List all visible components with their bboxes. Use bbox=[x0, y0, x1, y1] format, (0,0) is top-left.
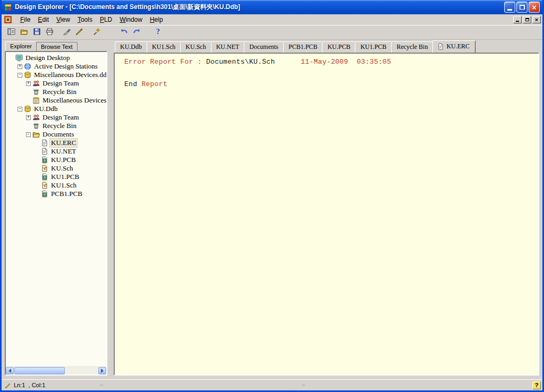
tree-item-ku-erc[interactable]: KU.ERC bbox=[6, 139, 106, 147]
menu-edit[interactable]: Edit bbox=[34, 15, 53, 24]
tree-item-ku1-sch[interactable]: KU1.Sch bbox=[6, 181, 106, 190]
mdi-minimize-button[interactable] bbox=[513, 16, 522, 23]
tree-item-recycle-bin[interactable]: Recycle Bin bbox=[6, 88, 106, 96]
mdi-restore-icon bbox=[525, 18, 529, 21]
menubar: FileEditViewToolsPLDWindowHelp × bbox=[2, 14, 542, 25]
line-col-indicator: Ln:1 , Col:1 bbox=[14, 382, 45, 388]
doc-tab-ku-sch[interactable]: KU.Sch bbox=[180, 41, 211, 53]
toolbar-group bbox=[60, 27, 86, 39]
editor-text-segment: Documents\KU.Sch bbox=[206, 58, 275, 66]
menu-pld[interactable]: PLD bbox=[96, 15, 116, 24]
tree-item-recycle-bin[interactable]: Recycle Bin bbox=[6, 122, 106, 130]
collapse-toggle-icon[interactable]: - bbox=[18, 73, 22, 78]
doc-tab-ku-ddb[interactable]: KU.Ddb bbox=[115, 41, 147, 53]
database-icon bbox=[24, 105, 31, 113]
help-button[interactable]: ? bbox=[151, 27, 164, 39]
menu-tools[interactable]: Tools bbox=[74, 15, 96, 24]
expand-toggle-icon[interactable]: + bbox=[26, 81, 31, 86]
main-area: ExplorerBrowse Text Design Desktop+Activ… bbox=[2, 40, 542, 379]
sch-document-icon bbox=[41, 165, 48, 172]
doc-tab-ku1-pcb[interactable]: KU1.PCB bbox=[355, 41, 392, 53]
doc-tab-ku-pcb[interactable]: KU.PCB bbox=[322, 41, 355, 53]
tree-item-miscellaneous-devices-lib[interactable]: Miscellaneous Devices.lib bbox=[6, 96, 106, 105]
panel-tab-browse-text[interactable]: Browse Text bbox=[36, 42, 78, 51]
scroll-right-button[interactable] bbox=[98, 367, 106, 374]
doc-tab-recycle-bin[interactable]: Recycle Bin bbox=[391, 41, 433, 53]
toggle-slot: - bbox=[16, 107, 23, 112]
tree-item-ku-pcb[interactable]: KU.PCB bbox=[6, 156, 106, 164]
knife-tool-icon bbox=[63, 28, 71, 37]
mdi-restore-button[interactable] bbox=[523, 16, 531, 23]
doc-tab-ku-net[interactable]: KU.NET bbox=[211, 41, 245, 53]
tree-item-label: KU.PCB bbox=[50, 156, 77, 164]
doc-tab-documents[interactable]: Documents bbox=[244, 41, 284, 53]
expand-toggle-icon[interactable]: + bbox=[18, 64, 22, 69]
folder-open-icon bbox=[32, 131, 40, 138]
editor-text-segment: Report bbox=[141, 80, 167, 88]
pcb-document-icon bbox=[41, 190, 48, 198]
wand-tool-button[interactable] bbox=[90, 27, 103, 39]
tree-item-design-team[interactable]: +Design Team bbox=[6, 79, 106, 88]
pcb-document-icon bbox=[41, 173, 48, 181]
scroll-track[interactable] bbox=[14, 367, 98, 374]
library-icon bbox=[32, 97, 40, 104]
tree-item-label: Miscellaneous Devices.ddb bbox=[33, 71, 106, 79]
open-document-icon bbox=[20, 28, 28, 37]
close-button[interactable]: × bbox=[529, 2, 540, 13]
menu-help[interactable]: Help bbox=[146, 15, 167, 24]
tree-item-label: Recycle Bin bbox=[41, 88, 78, 96]
panels-toggle-button[interactable] bbox=[5, 27, 18, 39]
undo-button[interactable] bbox=[117, 27, 130, 39]
doc-tab-label: KU.ERC bbox=[446, 42, 470, 50]
print-button[interactable] bbox=[43, 27, 56, 39]
panel-tab-explorer[interactable]: Explorer bbox=[5, 41, 37, 51]
text-document-icon bbox=[41, 139, 48, 147]
tree-item-label: KU1.Sch bbox=[50, 181, 78, 190]
titlebar[interactable]: Design Explorer - [C:\Documents and Sett… bbox=[2, 0, 542, 14]
scroll-thumb[interactable] bbox=[14, 367, 65, 374]
tree-item-pcb1-pcb[interactable]: PCB1.PCB bbox=[6, 190, 106, 198]
menu-view[interactable]: View bbox=[53, 15, 74, 24]
tree-item-design-team[interactable]: +Design Team bbox=[6, 113, 106, 122]
close-icon: × bbox=[532, 4, 536, 11]
team-icon bbox=[32, 114, 40, 121]
save-button[interactable] bbox=[30, 27, 43, 39]
app-icon bbox=[4, 3, 12, 12]
pencil-tool-button[interactable] bbox=[73, 27, 86, 39]
tree-item-design-desktop[interactable]: Design Desktop bbox=[6, 54, 106, 62]
open-document-button[interactable] bbox=[18, 27, 30, 39]
document-app-icon bbox=[4, 15, 12, 24]
restore-button[interactable] bbox=[516, 2, 528, 13]
scroll-left-button[interactable] bbox=[6, 367, 14, 374]
mdi-close-button[interactable]: × bbox=[532, 16, 541, 23]
tree-item-label: KU.ERC bbox=[50, 139, 77, 147]
doc-tab-ku1-sch[interactable]: KU1.Sch bbox=[147, 41, 181, 53]
expand-toggle-icon[interactable]: + bbox=[26, 115, 31, 120]
document-tabs: KU.DdbKU1.SchKU.SchKU.NETDocumentsPCB1.P… bbox=[114, 41, 539, 53]
doc-tab-label: KU1.Sch bbox=[152, 43, 175, 50]
editor-text-segment: Error Report For : bbox=[124, 58, 206, 66]
collapse-toggle-icon[interactable]: - bbox=[26, 132, 31, 137]
tree-item-ku1-pcb[interactable]: KU1.PCB bbox=[6, 173, 106, 181]
menu-window[interactable]: Window bbox=[116, 15, 146, 24]
doc-tab-pcb1-pcb[interactable]: PCB1.PCB bbox=[283, 41, 322, 53]
tree-item-ku-ddb[interactable]: -KU.Ddb bbox=[6, 105, 106, 113]
tree-item-label: Documents bbox=[41, 130, 75, 139]
tree-item-ku-sch[interactable]: KU.Sch bbox=[6, 164, 106, 173]
text-editor[interactable]: Error Report For : Documents\KU.Sch 11-M… bbox=[114, 53, 539, 376]
menu-file[interactable]: File bbox=[16, 15, 34, 24]
collapse-toggle-icon[interactable]: - bbox=[18, 107, 22, 112]
tree-item-label: KU.NET bbox=[50, 147, 77, 156]
tree-item-active-design-stations[interactable]: +Active Design Stations bbox=[6, 62, 106, 71]
doc-tab-ku-erc[interactable]: KU.ERC bbox=[432, 40, 475, 53]
tree-item-documents[interactable]: -Documents bbox=[6, 130, 106, 139]
help-icon: ? bbox=[154, 28, 162, 37]
redo-icon bbox=[133, 28, 141, 37]
redo-button[interactable] bbox=[130, 27, 143, 39]
horizontal-scrollbar[interactable] bbox=[6, 367, 106, 374]
minimize-button[interactable] bbox=[504, 2, 515, 13]
tree-item-miscellaneous-devices-ddb[interactable]: -Miscellaneous Devices.ddb bbox=[6, 71, 106, 79]
tree-item-ku-net[interactable]: KU.NET bbox=[6, 147, 106, 156]
knife-tool-button[interactable] bbox=[60, 27, 73, 39]
help-button[interactable]: ? bbox=[532, 381, 541, 389]
